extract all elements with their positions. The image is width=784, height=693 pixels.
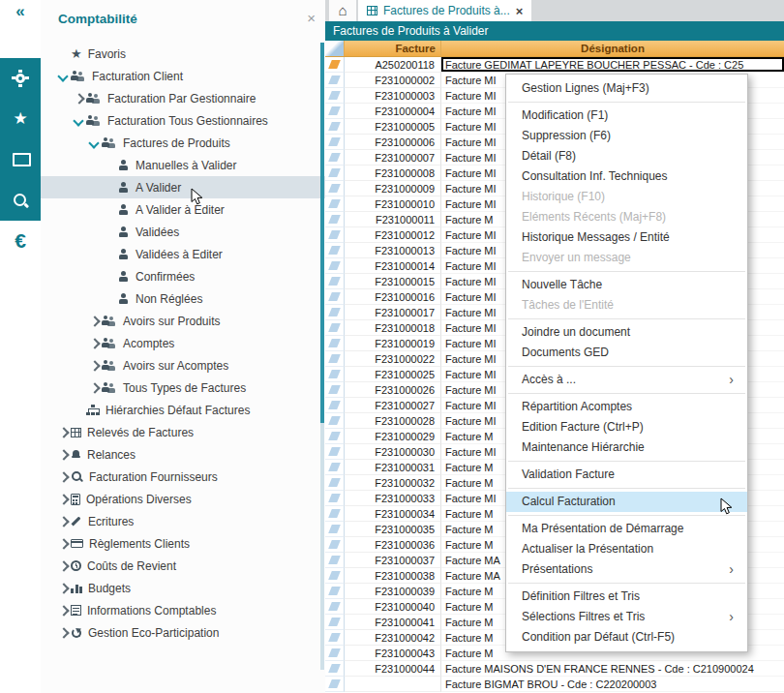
- sidebar-item-ecritures[interactable]: Ecritures: [41, 510, 325, 532]
- menu-item-nouvelle-tache[interactable]: Nouvelle Tâche: [506, 275, 747, 295]
- facture-cell[interactable]: F231000018: [345, 320, 441, 336]
- row-selector[interactable]: [325, 351, 345, 367]
- sidebar-item-budgets[interactable]: Budgets: [41, 577, 325, 599]
- sidebar-item-facturation-par-gestionnaire[interactable]: Facturation Par Gestionnaire: [41, 87, 325, 109]
- menu-item-condition-par-defaut-ctrl-f5[interactable]: Condition par Défaut (Ctrl-F5): [506, 627, 747, 648]
- row-selector[interactable]: [325, 274, 345, 289]
- sidebar-item-facturation-fournisseurs[interactable]: Facturation Fournisseurs: [41, 466, 325, 488]
- table-row[interactable]: A250200118Facture GEDIMAT LAPEYRE BOUCHE…: [325, 57, 784, 73]
- sidebar-item-informations-comptables[interactable]: Informations Comptables: [41, 599, 325, 621]
- search-button[interactable]: [0, 180, 41, 221]
- sidebar-item-validees[interactable]: Validées: [41, 221, 325, 243]
- row-selector[interactable]: [325, 460, 345, 475]
- chevron-right-icon[interactable]: [87, 315, 101, 328]
- row-selector[interactable]: [325, 491, 345, 506]
- sidebar-item-a-valider[interactable]: A Valider: [41, 176, 325, 198]
- sidebar-item-avoirs-sur-produits[interactable]: Avoirs sur Produits: [41, 310, 325, 332]
- facture-cell[interactable]: F231000036: [345, 537, 441, 553]
- row-selector[interactable]: [325, 243, 345, 258]
- row-selector-header[interactable]: [325, 41, 345, 56]
- facture-cell[interactable]: F231000011: [345, 212, 441, 227]
- facture-cell[interactable]: F231000010: [345, 196, 441, 212]
- sidebar-item-facturation-tous-gestionnaires[interactable]: Facturation Tous Gestionnaires: [41, 109, 325, 132]
- facture-cell[interactable]: F231000040: [345, 599, 441, 615]
- menu-item-modification-f1[interactable]: Modification (F1): [506, 105, 747, 126]
- table-row[interactable]: F231000044Facture MAISONS D'EN FRANCE RE…: [325, 661, 784, 677]
- facture-cell[interactable]: F231000032: [345, 475, 441, 491]
- row-selector[interactable]: [325, 88, 345, 104]
- sidebar-item-avoirs-sur-acomptes[interactable]: Avoirs sur Acomptes: [41, 354, 325, 377]
- row-selector[interactable]: [325, 150, 345, 166]
- menu-item-calcul-facturation[interactable]: Calcul Facturation: [506, 492, 747, 512]
- menu-item-presentations[interactable]: Présentations›: [506, 559, 747, 580]
- favorites-button[interactable]: [0, 99, 41, 139]
- sidebar-item-confirmees[interactable]: Confirmées: [41, 265, 325, 287]
- facture-cell[interactable]: F231000035: [345, 522, 441, 537]
- chevron-right-icon[interactable]: [56, 515, 70, 528]
- column-header-designation[interactable]: Désignation: [441, 41, 784, 56]
- facture-cell[interactable]: F231000013: [345, 243, 441, 258]
- row-selector[interactable]: [325, 166, 345, 181]
- chevron-right-icon[interactable]: [87, 381, 101, 395]
- menu-item-repartition-acomptes[interactable]: Répartition Acomptes: [506, 397, 747, 417]
- row-selector[interactable]: [325, 398, 345, 413]
- facture-cell[interactable]: F231000029: [345, 429, 441, 444]
- row-selector[interactable]: [325, 630, 345, 646]
- sidebar-item-non-reglees[interactable]: Non Réglées: [41, 287, 325, 310]
- row-selector[interactable]: [325, 661, 345, 677]
- close-icon[interactable]: ×: [516, 4, 524, 18]
- sidebar-item-gestion-eco-participation[interactable]: Gestion Eco-Participation: [41, 621, 325, 644]
- chevron-right-icon[interactable]: [56, 448, 70, 462]
- row-selector[interactable]: [325, 522, 345, 537]
- chevron-right-icon[interactable]: [56, 582, 70, 595]
- collapse-panel-button[interactable]: [0, 0, 41, 58]
- row-selector[interactable]: [325, 475, 345, 491]
- chevron-right-icon[interactable]: [72, 92, 85, 105]
- row-selector[interactable]: [325, 336, 345, 351]
- chevron-right-icon[interactable]: [56, 470, 70, 484]
- facture-cell[interactable]: F231000015: [345, 274, 441, 289]
- facture-cell[interactable]: [345, 677, 441, 692]
- facture-cell[interactable]: F231000016: [345, 289, 441, 305]
- facture-cell[interactable]: F231000003: [345, 88, 441, 104]
- menu-item-definition-filtres-et-tris[interactable]: Définition Filtres et Tris: [506, 587, 747, 607]
- row-selector[interactable]: [325, 258, 345, 274]
- row-selector[interactable]: [325, 196, 345, 212]
- column-header-facture[interactable]: Facture: [345, 41, 441, 56]
- sidebar-item-validees-a-editer[interactable]: Validées à Editer: [41, 243, 325, 265]
- settings-button[interactable]: [0, 58, 41, 99]
- facture-cell[interactable]: F231000012: [345, 227, 441, 243]
- facture-cell[interactable]: F231000026: [345, 382, 441, 398]
- facture-cell[interactable]: F231000037: [345, 553, 441, 568]
- row-selector[interactable]: [325, 537, 345, 553]
- facture-cell[interactable]: F231000041: [345, 615, 441, 630]
- facture-cell[interactable]: F231000034: [345, 506, 441, 522]
- sidebar-item-a-valider-a-editer[interactable]: A Valider à Editer: [41, 198, 325, 221]
- row-selector[interactable]: [325, 73, 345, 88]
- sidebar-item-tous-types-de-factures[interactable]: Tous Types de Factures: [41, 377, 325, 399]
- designation-cell[interactable]: Facture GEDIMAT LAPEYRE BOUCHER PESSAC -…: [441, 57, 784, 73]
- sidebar-item-acomptes[interactable]: Acomptes: [41, 332, 325, 354]
- row-selector[interactable]: [325, 568, 345, 584]
- facture-cell[interactable]: F231000007: [345, 150, 441, 166]
- row-selector[interactable]: [325, 289, 345, 305]
- designation-cell[interactable]: Facture BIGMAT BROU - Cde : C220200003: [441, 677, 784, 692]
- table-row[interactable]: Facture BIGMAT BROU - Cde : C220200003: [325, 677, 784, 692]
- sidebar-item-favoris[interactable]: Favoris: [41, 43, 325, 65]
- facture-cell[interactable]: F231000009: [345, 181, 441, 196]
- menu-item-historique-messages-entite[interactable]: Historique Messages / Entité: [506, 227, 747, 248]
- row-selector[interactable]: [325, 615, 345, 630]
- row-selector[interactable]: [325, 444, 345, 460]
- facture-cell[interactable]: F231000008: [345, 166, 441, 181]
- menu-item-suppression-f6[interactable]: Suppression (F6): [506, 126, 747, 146]
- facture-cell[interactable]: F231000022: [345, 351, 441, 367]
- facture-cell[interactable]: F231000031: [345, 460, 441, 475]
- row-selector[interactable]: [325, 227, 345, 243]
- tab-home[interactable]: [329, 0, 356, 21]
- facture-cell[interactable]: F231000033: [345, 491, 441, 506]
- menu-item-validation-facture[interactable]: Validation Facture: [506, 465, 747, 485]
- chevron-down-icon[interactable]: [72, 114, 85, 128]
- row-selector[interactable]: [325, 181, 345, 196]
- row-selector[interactable]: [325, 677, 345, 692]
- sidebar-item-relances[interactable]: Relances: [41, 443, 325, 466]
